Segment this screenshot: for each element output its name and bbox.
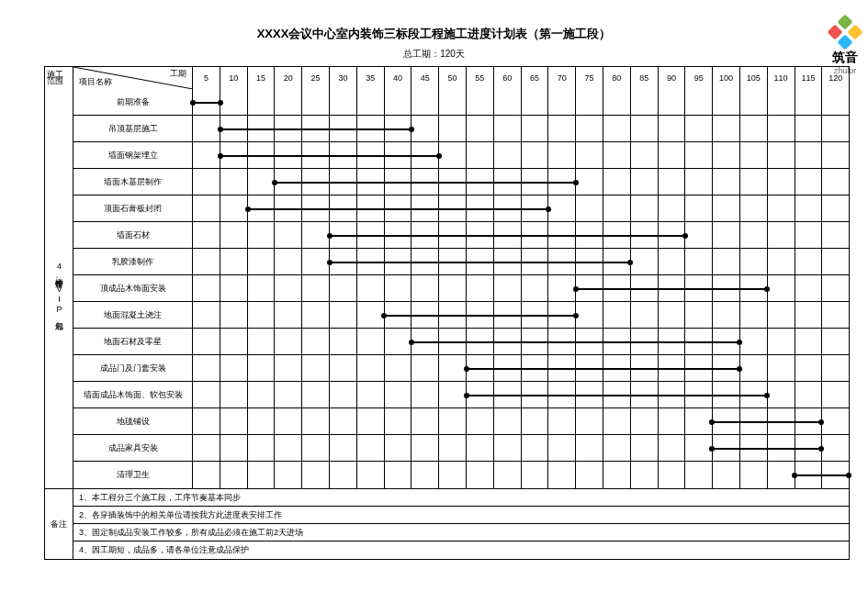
grid-cell: [357, 355, 385, 381]
grid-cell: [193, 142, 220, 168]
grid-cell: [494, 408, 522, 434]
grid-cell: [467, 116, 494, 141]
grid-row: [193, 435, 849, 462]
grid-cell: [522, 249, 549, 274]
grid-cell: [768, 142, 795, 168]
grid-row: [193, 408, 849, 435]
grid-cell: [193, 329, 220, 354]
grid-row: [193, 116, 849, 142]
grid-cell: [713, 169, 740, 195]
note-line: 3、固定制成品安装工作较多，所有成品必须在施工前2天进场: [73, 524, 849, 541]
grid-cell: [659, 435, 686, 461]
grid-row: [193, 302, 849, 329]
grid-cell: [302, 222, 330, 248]
grid-cell: [275, 89, 302, 115]
grid-cell: [740, 142, 768, 168]
grid-cell: [302, 462, 330, 488]
note-line: 1、本工程分三个施工段，工序节奏基本同步: [73, 489, 849, 507]
x-tick: 85: [631, 67, 659, 89]
grid-cell: [659, 355, 686, 381]
grid-cell: [275, 169, 302, 195]
grid-row: [193, 142, 849, 169]
grid-cell: [330, 382, 357, 407]
grid-cell: [385, 329, 412, 354]
grid-cell: [330, 275, 357, 301]
task-labels-column: 前期准备吊顶基层施工墙面钢架埋立墙面木基层制作顶面石膏板封闭墙面石材乳胶漆制作顶…: [73, 89, 193, 488]
x-tick: 35: [357, 67, 385, 89]
x-tick: 15: [248, 67, 276, 89]
grid-cell: [603, 116, 631, 141]
grid-cell: [548, 195, 576, 221]
grid-cell: [795, 382, 823, 407]
grid-cell: [576, 329, 603, 354]
grid-cell: [768, 275, 795, 301]
x-tick: 120: [822, 67, 849, 89]
grid-cell: [330, 302, 357, 328]
grid-cell: [576, 355, 603, 381]
grid-cell: [330, 142, 357, 168]
grid-cell: [357, 116, 385, 141]
gantt-body: 4楼中餐厅、VIP包厢 前期准备吊顶基层施工墙面钢架埋立墙面木基层制作顶面石膏板…: [44, 89, 850, 489]
grid-cell: [357, 89, 385, 115]
grid-cell: [330, 195, 357, 221]
x-tick: 30: [330, 67, 357, 89]
grid-cell: [740, 329, 768, 354]
grid-row: [193, 329, 849, 355]
grid-cell: [439, 222, 467, 248]
x-tick: 50: [439, 67, 467, 89]
grid-cell: [740, 195, 768, 221]
grid-cell: [467, 222, 494, 248]
grid-cell: [357, 222, 385, 248]
grid-cell: [330, 435, 357, 461]
grid-cell: [275, 249, 302, 274]
grid-cell: [576, 275, 603, 301]
grid-cell: [659, 302, 686, 328]
task-label: 成品门及门套安装: [73, 355, 192, 382]
grid-cell: [768, 302, 795, 328]
grid-cell: [659, 408, 686, 434]
grid-cell: [713, 382, 740, 407]
grid-cell: [357, 195, 385, 221]
grid-cell: [467, 169, 494, 195]
grid-cell: [713, 249, 740, 274]
grid-cell: [220, 142, 248, 168]
grid-cell: [713, 329, 740, 354]
grid-cell: [275, 329, 302, 354]
grid-column: [193, 89, 849, 488]
grid-cell: [411, 355, 439, 381]
grid-cell: [548, 116, 576, 141]
grid-cell: [302, 382, 330, 407]
grid-cell: [548, 142, 576, 168]
grid-cell: [768, 169, 795, 195]
grid-cell: [357, 249, 385, 274]
grid-cell: [302, 355, 330, 381]
logo-text-cn: 筑音: [829, 50, 861, 66]
grid-cell: [548, 275, 576, 301]
grid-cell: [439, 116, 467, 141]
grid-cell: [659, 222, 686, 248]
grid-cell: [603, 435, 631, 461]
grid-cell: [768, 329, 795, 354]
grid-cell: [685, 382, 713, 407]
grid-cell: [494, 329, 522, 354]
grid-cell: [357, 302, 385, 328]
grid-cell: [603, 89, 631, 115]
grid-cell: [522, 408, 549, 434]
grid-cell: [603, 302, 631, 328]
task-label: 顶成品木饰面安装: [73, 275, 192, 302]
grid-cell: [193, 462, 220, 488]
grid-cell: [603, 249, 631, 274]
grid-cell: [522, 355, 549, 381]
grid-cell: [330, 355, 357, 381]
grid-cell: [330, 116, 357, 141]
grid-cell: [302, 116, 330, 141]
grid-cell: [385, 302, 412, 328]
grid-cell: [713, 355, 740, 381]
grid-row: [193, 462, 849, 488]
grid-cell: [685, 435, 713, 461]
grid-cell: [467, 462, 494, 488]
grid-cell: [220, 116, 248, 141]
grid-cell: [631, 382, 659, 407]
grid-cell: [411, 329, 439, 354]
grid-cell: [220, 195, 248, 221]
